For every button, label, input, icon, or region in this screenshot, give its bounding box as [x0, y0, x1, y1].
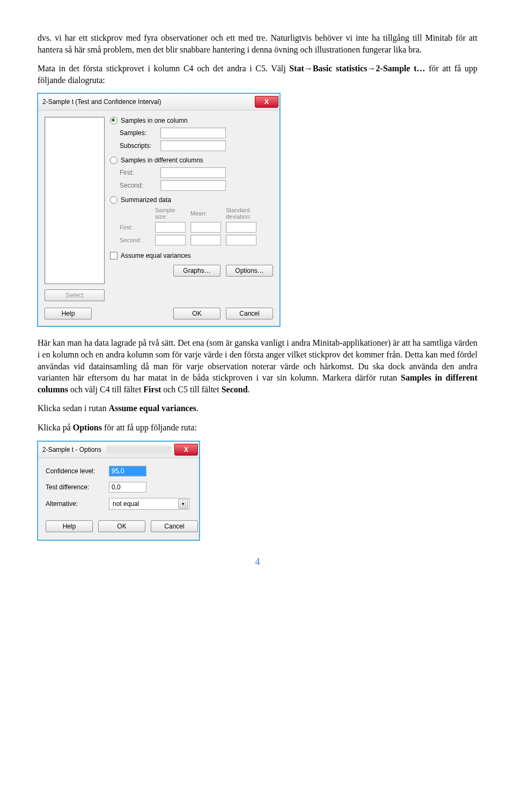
- second-input[interactable]: [160, 180, 226, 191]
- opt-name: First: [143, 385, 161, 394]
- titlebar: 2-Sample t - Options X: [38, 442, 199, 458]
- radio-label: Summarized data: [121, 196, 171, 204]
- radio-label: Samples in one column: [121, 117, 188, 124]
- label-test-diff: Test difference:: [46, 483, 105, 491]
- header-stddev: Standard deviation:: [226, 207, 261, 220]
- first-mean-input[interactable]: [190, 222, 221, 233]
- first-stddev-input[interactable]: [226, 222, 256, 233]
- second-mean-input[interactable]: [190, 235, 221, 245]
- paragraph-3: Här kan man ha data lagrade på två sätt.…: [38, 337, 477, 395]
- dialog-2sample-t: 2-Sample t (Test and Confidence Interval…: [38, 93, 280, 326]
- first-size-input[interactable]: [155, 222, 186, 233]
- first-input[interactable]: [160, 167, 226, 178]
- radio-different-columns[interactable]: [110, 157, 117, 164]
- text: .: [248, 385, 250, 394]
- dialog-title: 2-Sample t - Options: [42, 446, 101, 453]
- opt-name: Assume equal variances: [108, 404, 196, 413]
- label-first-row: First:: [120, 224, 152, 230]
- help-button[interactable]: Help: [46, 520, 93, 532]
- close-icon[interactable]: X: [174, 444, 198, 456]
- text: och C5 till fältet: [161, 385, 221, 394]
- paragraph-5: Klicka på Options för att få upp följand…: [38, 422, 477, 434]
- label-second: Second:: [120, 182, 157, 189]
- text: Klicka på: [38, 423, 73, 432]
- text: Klicka sedan i rutan: [38, 404, 108, 413]
- ok-button[interactable]: OK: [173, 308, 220, 319]
- checkbox-assume-equal-var[interactable]: [110, 252, 117, 259]
- text: för att få upp följande ruta:: [102, 423, 197, 432]
- titlebar: 2-Sample t (Test and Confidence Interval…: [38, 94, 279, 110]
- checkbox-label: Assume equal variances: [121, 252, 191, 259]
- samples-input[interactable]: [160, 128, 226, 138]
- confidence-input[interactable]: 95,0: [109, 466, 146, 476]
- close-icon[interactable]: X: [255, 96, 278, 108]
- header-sample-size: Sample size:: [155, 207, 187, 220]
- combobox-value: not equal: [113, 500, 139, 508]
- radio-label: Samples in different columns: [121, 157, 203, 164]
- menu-path: Stat→Basic statistics→2-Sample t…: [289, 64, 425, 73]
- alternative-combobox[interactable]: not equal ▾: [109, 498, 189, 510]
- opt-name: Options: [73, 423, 102, 432]
- variable-listbox[interactable]: [45, 117, 105, 284]
- subscripts-input[interactable]: [160, 140, 226, 151]
- label-subscripts: Subscripts:: [120, 142, 157, 150]
- paragraph-4: Klicka sedan i rutan Assume equal varian…: [38, 403, 477, 414]
- options-button[interactable]: Options…: [226, 265, 273, 277]
- radio-samples-one-column[interactable]: [110, 117, 117, 124]
- second-stddev-input[interactable]: [226, 235, 256, 245]
- cancel-button[interactable]: Cancel: [226, 308, 273, 319]
- radio-summarized[interactable]: [110, 196, 117, 204]
- select-button[interactable]: Select: [45, 289, 105, 301]
- blurred-area: [107, 446, 171, 453]
- paragraph-2: Mata in det första stickprovet i kolumn …: [38, 63, 477, 86]
- label-samples: Samples:: [120, 129, 157, 137]
- opt-name: Second: [222, 385, 248, 394]
- second-size-input[interactable]: [155, 235, 186, 245]
- text: Mata in det första stickprovet i kolumn …: [38, 64, 289, 73]
- dialog-title: 2-Sample t (Test and Confidence Interval…: [42, 98, 161, 106]
- help-button[interactable]: Help: [45, 308, 92, 319]
- cancel-button[interactable]: Cancel: [151, 520, 198, 532]
- label-confidence: Confidence level:: [46, 467, 105, 475]
- graphs-button[interactable]: Graphs…: [173, 265, 220, 277]
- header-mean: Mean:: [190, 210, 223, 217]
- ok-button[interactable]: OK: [98, 520, 145, 532]
- label-second-row: Second:: [120, 237, 152, 243]
- text: och välj C4 till fältet: [68, 385, 143, 394]
- dialog-2sample-options: 2-Sample t - Options X Confidence level:…: [38, 441, 200, 540]
- test-diff-input[interactable]: 0,0: [109, 482, 146, 493]
- chevron-down-icon[interactable]: ▾: [178, 499, 188, 509]
- paragraph-1: dvs. vi har ett stickprov med fyra obser…: [38, 32, 477, 55]
- page-number: 4: [38, 556, 477, 568]
- label-first: First:: [120, 169, 157, 176]
- label-alternative: Alternative:: [46, 500, 105, 508]
- text: .: [196, 404, 198, 413]
